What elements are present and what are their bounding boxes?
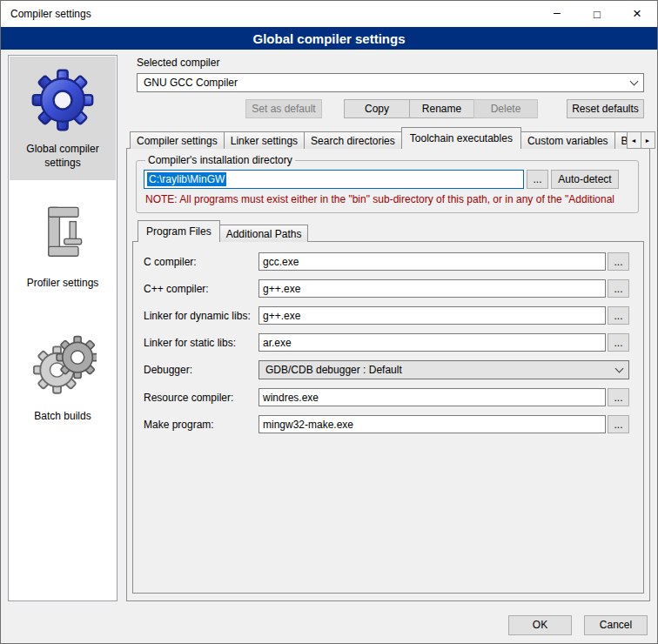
sidebar-item-global-compiler-settings[interactable]: Global compiler settings	[10, 57, 116, 180]
installation-directory-browse-button[interactable]: ...	[527, 170, 548, 189]
dialog-footer: OK Cancel	[1, 607, 657, 643]
debugger-select-value: GDB/CDB debugger : Default	[265, 364, 402, 376]
titlebar: Compiler settings – □ ×	[1, 1, 657, 27]
compiler-select[interactable]: GNU GCC Compiler	[137, 73, 644, 92]
tab-compiler-settings[interactable]: Compiler settings	[130, 131, 225, 149]
bin-subdirectory-note: NOTE: All programs must exist either in …	[145, 193, 631, 205]
program-files-panel: C compiler: ... C++ compiler: ...	[132, 241, 644, 594]
tab-toolchain-executables[interactable]: Toolchain executables	[401, 127, 521, 149]
installation-directory-input[interactable]: C:\raylib\MinGW	[144, 170, 524, 189]
c-compiler-label: C compiler:	[144, 256, 258, 268]
cpp-compiler-label: C++ compiler:	[144, 283, 258, 295]
dynamic-linker-input[interactable]	[258, 306, 606, 325]
rename-button[interactable]: Rename	[409, 99, 474, 118]
c-compiler-input[interactable]	[258, 252, 606, 271]
sidebar-item-label: Batch builds	[30, 410, 94, 424]
cancel-button[interactable]: Cancel	[584, 615, 648, 635]
settings-sidebar: Global compiler settings Profiler set	[8, 55, 118, 601]
installation-directory-label: Compiler's installation directory	[145, 154, 295, 166]
tab-program-files[interactable]: Program Files	[138, 220, 220, 242]
static-linker-input[interactable]	[258, 333, 606, 352]
chevron-down-icon	[615, 364, 624, 372]
debugger-label: Debugger:	[144, 364, 258, 376]
static-linker-label: Linker for static libs:	[144, 337, 258, 349]
form-row-dynamic-linker: Linker for dynamic libs: ...	[144, 306, 629, 325]
make-program-label: Make program:	[144, 419, 258, 431]
make-program-input[interactable]	[258, 415, 606, 433]
minimize-button[interactable]: –	[537, 1, 577, 27]
auto-detect-button[interactable]: Auto-detect	[551, 170, 619, 189]
toolchain-executables-panel: Compiler's installation directory C:\ray…	[126, 148, 650, 601]
tab-additional-paths[interactable]: Additional Paths	[219, 225, 309, 242]
compiler-select-value: GNU GCC Compiler	[144, 77, 238, 89]
cpp-compiler-input[interactable]	[258, 279, 606, 298]
copy-button[interactable]: Copy	[344, 99, 410, 118]
close-icon: ×	[633, 5, 641, 23]
maximize-icon: □	[594, 8, 601, 21]
make-program-browse-button[interactable]: ...	[608, 415, 629, 433]
tab-linker-settings[interactable]: Linker settings	[224, 131, 305, 149]
program-files-tabstrip: Program Files Additional Paths	[132, 220, 644, 242]
dynamic-linker-browse-button[interactable]: ...	[608, 306, 629, 325]
ok-button[interactable]: OK	[508, 615, 572, 635]
chevron-down-icon	[630, 77, 639, 85]
window-title: Compiler settings	[1, 8, 91, 20]
compiler-buttons-row: Set as default Copy Rename Delete Reset …	[137, 99, 644, 118]
resource-compiler-input[interactable]	[258, 388, 606, 406]
tab-scroll-right-icon[interactable]: ►	[641, 131, 655, 149]
form-row-cpp-compiler: C++ compiler: ...	[144, 279, 629, 298]
cpp-compiler-browse-button[interactable]: ...	[608, 279, 629, 298]
maximize-button[interactable]: □	[577, 1, 617, 27]
settings-tabstrip: Compiler settings Linker settings Search…	[126, 127, 650, 149]
sidebar-item-batch-builds[interactable]: Batch builds	[10, 324, 116, 434]
sidebar-item-label: Profiler settings	[24, 277, 103, 291]
form-row-make-program: Make program: ...	[144, 415, 629, 433]
form-row-static-linker: Linker for static libs: ...	[144, 333, 629, 352]
resource-compiler-browse-button[interactable]: ...	[608, 388, 629, 406]
batch-gears-icon	[29, 332, 97, 402]
tab-scrollers: ◄ ►	[628, 131, 655, 149]
page-title: Global compiler settings	[1, 27, 657, 50]
close-button[interactable]: ×	[617, 1, 657, 27]
caption-buttons: – □ ×	[537, 1, 657, 27]
form-row-resource-compiler: Resource compiler: ...	[144, 388, 629, 406]
c-compiler-browse-button[interactable]: ...	[608, 252, 629, 271]
form-row-debugger: Debugger: GDB/CDB debugger : Default	[144, 360, 629, 379]
selected-compiler-label: Selected compiler	[137, 57, 650, 69]
dynamic-linker-label: Linker for dynamic libs:	[144, 310, 258, 322]
minimize-icon: –	[554, 5, 561, 19]
installation-directory-group: Compiler's installation directory C:\ray…	[136, 154, 639, 213]
resource-compiler-label: Resource compiler:	[144, 392, 258, 404]
tab-search-directories[interactable]: Search directories	[304, 131, 402, 149]
gear-blue-icon	[30, 65, 96, 135]
sidebar-item-profiler-settings[interactable]: Profiler settings	[10, 191, 116, 301]
profiler-clamp-icon	[31, 199, 94, 269]
main-panel: Selected compiler GNU GCC Compiler Set a…	[126, 55, 650, 601]
form-row-c-compiler: C compiler: ...	[144, 252, 629, 271]
delete-button[interactable]: Delete	[473, 99, 538, 118]
tab-custom-variables[interactable]: Custom variables	[520, 131, 615, 149]
sidebar-item-label: Global compiler settings	[11, 143, 114, 170]
static-linker-browse-button[interactable]: ...	[608, 333, 629, 352]
compiler-settings-window: Compiler settings – □ × Global compiler …	[0, 0, 658, 644]
set-as-default-button[interactable]: Set as default	[245, 99, 322, 118]
tab-scroll-left-icon[interactable]: ◄	[627, 131, 641, 149]
installation-directory-value: C:\raylib\MinGW	[147, 172, 226, 186]
reset-defaults-button[interactable]: Reset defaults	[567, 99, 644, 118]
debugger-select[interactable]: GDB/CDB debugger : Default	[258, 360, 629, 379]
